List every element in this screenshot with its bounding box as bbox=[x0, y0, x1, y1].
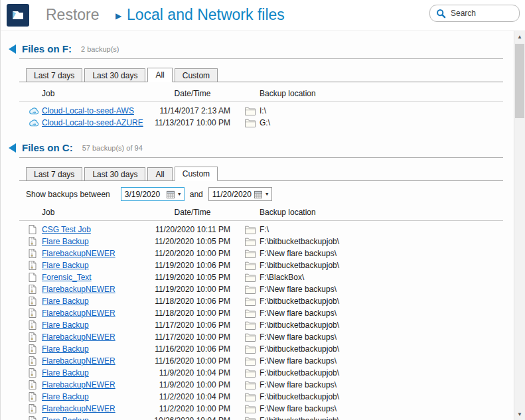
tab-last-7-days[interactable]: Last 7 days bbox=[26, 167, 82, 180]
backup-location: F:\ bbox=[260, 225, 503, 234]
archive-icon bbox=[29, 416, 42, 420]
column-datetime: Date/Time bbox=[153, 208, 232, 217]
scrollbar-thumb[interactable] bbox=[515, 44, 524, 118]
backup-datetime: 11/14/2017 2:13 AM bbox=[153, 106, 232, 115]
page-title: Restore bbox=[46, 6, 100, 24]
folder-icon bbox=[245, 238, 260, 246]
job-link[interactable]: FlarebackupNEWER bbox=[42, 404, 115, 413]
tab-custom[interactable]: Custom bbox=[175, 68, 218, 82]
backup-datetime: 11/18/2020 10:06 PM bbox=[153, 297, 232, 306]
cloud-icon bbox=[29, 119, 42, 127]
job-link[interactable]: Flare Backup bbox=[42, 237, 89, 246]
job-link[interactable]: Cloud-Local-to-seed-AWS bbox=[42, 106, 134, 115]
backup-datetime: 11/9/2020 10:00 PM bbox=[153, 380, 232, 389]
table-row: Flare Backup11/2/2020 10:04 PMF:\bitbuck… bbox=[29, 391, 503, 403]
backup-location: G:\ bbox=[260, 118, 503, 127]
date-to-picker[interactable]: 11/20/2020 ▼ bbox=[208, 187, 272, 201]
job-link[interactable]: Flare Backup bbox=[42, 297, 89, 306]
backup-datetime: 11/16/2020 10:00 PM bbox=[153, 356, 232, 366]
table-row: Flare Backup11/9/2020 10:04 PMF:\bitbuck… bbox=[29, 367, 503, 379]
backup-datetime: 11/9/2020 10:04 PM bbox=[153, 368, 232, 378]
archive-icon bbox=[29, 368, 42, 378]
backup-location: F:\New flare backups\ bbox=[260, 404, 503, 413]
backup-location: F:\bitbucketbackupjob\ bbox=[260, 344, 503, 354]
date-from-value: 3/19/2020 bbox=[125, 190, 165, 199]
folder-icon bbox=[245, 297, 260, 306]
folder-icon bbox=[245, 369, 260, 378]
date-to-value: 11/20/2020 bbox=[212, 190, 252, 199]
breadcrumb-arrow-icon: ▶ bbox=[115, 11, 121, 21]
folder-icon bbox=[245, 321, 260, 330]
table-row: FlarebackupNEWER11/18/2020 10:00 PMF:\Ne… bbox=[29, 307, 503, 319]
archive-icon bbox=[29, 297, 42, 306]
job-link[interactable]: Cloud-Local-to-seed-AZURE bbox=[42, 118, 143, 127]
job-link[interactable]: Flare Backup bbox=[42, 368, 89, 378]
archive-icon bbox=[29, 344, 42, 354]
job-link[interactable]: Flare Backup bbox=[42, 392, 89, 401]
content-area: Files on F: 2 backup(s) Last 7 daysLast … bbox=[1, 31, 514, 420]
scroll-down-arrow-icon[interactable]: ▼ bbox=[514, 409, 525, 420]
date-filter-row: Show backups between 3/19/2020 bbox=[19, 187, 503, 201]
job-link[interactable]: FlarebackupNEWER bbox=[42, 309, 115, 318]
column-backup-location: Backup location bbox=[260, 208, 503, 217]
section-title: Files on F: bbox=[22, 43, 72, 54]
tab-all[interactable]: All bbox=[147, 68, 172, 82]
job-link[interactable]: Forensic_Text bbox=[42, 273, 92, 282]
folder-icon bbox=[245, 309, 260, 318]
backup-datetime: 11/17/2020 10:06 PM bbox=[153, 320, 232, 330]
table-row: Flare Backup11/16/2020 10:06 PMF:\bitbuc… bbox=[29, 343, 503, 355]
folder-icon bbox=[245, 249, 260, 258]
backup-location: F:\BlackBox\ bbox=[260, 273, 503, 282]
folder-icon bbox=[245, 381, 260, 389]
chevron-down-icon[interactable]: ▼ bbox=[264, 192, 269, 196]
table-row: FlarebackupNEWER11/17/2020 10:00 PMF:\Ne… bbox=[29, 331, 503, 343]
collapse-triangle-icon[interactable] bbox=[9, 44, 16, 54]
job-link[interactable]: CSG Test Job bbox=[42, 225, 91, 234]
scroll-up-arrow-icon[interactable]: ▲ bbox=[514, 31, 525, 42]
section-backup-count: 57 backup(s) of 94 bbox=[82, 144, 143, 152]
backup-location: F:\New flare backups\ bbox=[260, 249, 503, 258]
archive-icon bbox=[29, 320, 42, 330]
archive-icon bbox=[29, 261, 42, 270]
chevron-down-icon[interactable]: ▼ bbox=[177, 192, 182, 196]
job-link[interactable]: FlarebackupNEWER bbox=[42, 285, 115, 294]
job-link[interactable]: FlarebackupNEWER bbox=[42, 380, 115, 389]
job-link[interactable]: Flare Backup bbox=[42, 416, 89, 420]
job-link[interactable]: Flare Backup bbox=[42, 320, 89, 330]
backup-location: F:\bitbucketbackupjob\ bbox=[260, 237, 503, 246]
backup-datetime: 11/20/2020 10:05 PM bbox=[153, 237, 232, 246]
search-box[interactable] bbox=[429, 5, 520, 22]
column-job: Job bbox=[42, 89, 153, 98]
search-input[interactable] bbox=[451, 9, 513, 18]
job-link[interactable]: Flare Backup bbox=[42, 344, 89, 354]
section-files-on-c: Files on C: 57 backup(s) of 94 Last 7 da… bbox=[1, 142, 514, 420]
job-link[interactable]: FlarebackupNEWER bbox=[42, 249, 115, 258]
calendar-icon bbox=[167, 190, 175, 198]
backup-list: Cloud-Local-to-seed-AWS11/14/2017 2:13 A… bbox=[19, 102, 503, 129]
collapse-triangle-icon[interactable] bbox=[9, 143, 16, 153]
backup-datetime: 11/18/2020 10:00 PM bbox=[153, 309, 232, 318]
archive-icon bbox=[29, 237, 42, 246]
table-row: FlarebackupNEWER11/19/2020 10:00 PMF:\Ne… bbox=[29, 283, 503, 295]
file-icon bbox=[29, 225, 42, 234]
tab-custom[interactable]: Custom bbox=[175, 167, 218, 181]
archive-icon bbox=[29, 249, 42, 258]
date-from-picker[interactable]: 3/19/2020 ▼ bbox=[121, 187, 185, 201]
folder-icon bbox=[245, 357, 260, 366]
vertical-scrollbar[interactable]: ▲ ▼ bbox=[514, 31, 525, 420]
tab-last-30-days[interactable]: Last 30 days bbox=[84, 167, 145, 180]
tab-last-30-days[interactable]: Last 30 days bbox=[84, 68, 145, 82]
job-link[interactable]: FlarebackupNEWER bbox=[42, 332, 115, 342]
backup-datetime: 11/2/2020 10:04 PM bbox=[153, 392, 232, 401]
backup-location: F:\New flare backups\ bbox=[260, 332, 503, 342]
tab-all[interactable]: All bbox=[147, 167, 172, 180]
job-link[interactable]: FlarebackupNEWER bbox=[42, 356, 115, 366]
job-link[interactable]: Flare Backup bbox=[42, 261, 89, 270]
tab-last-7-days[interactable]: Last 7 days bbox=[26, 68, 82, 82]
backup-datetime: 10/26/2020 10:04 PM bbox=[153, 416, 232, 420]
tab-bar: Last 7 daysLast 30 daysAllCustom bbox=[19, 68, 503, 82]
table-row: FlarebackupNEWER11/9/2020 10:00 PMF:\New… bbox=[29, 379, 503, 391]
folder-icon bbox=[245, 273, 260, 282]
backup-datetime: 11/20/2020 10:00 PM bbox=[153, 249, 232, 258]
folder-icon bbox=[245, 107, 260, 115]
